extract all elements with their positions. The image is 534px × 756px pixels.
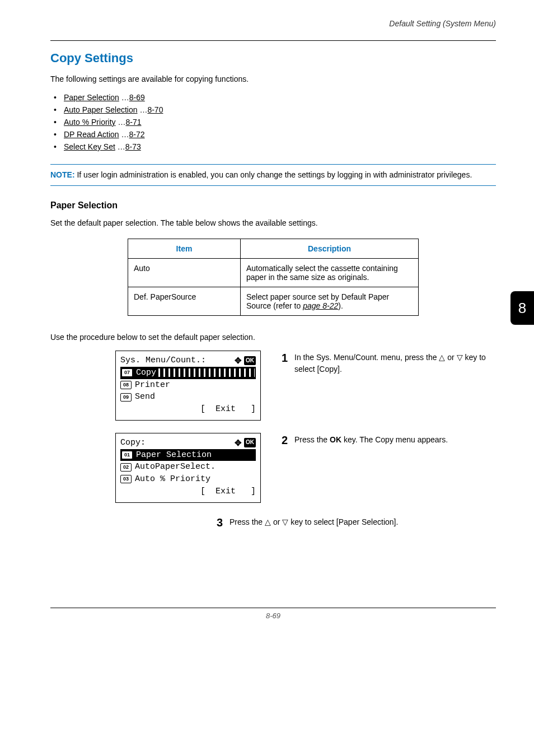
text: or [271, 517, 282, 526]
lcd-num-icon: 02 [120, 463, 132, 472]
link-auto-paper-selection[interactable]: Auto Paper Selection [64, 105, 138, 114]
lcd-exit-row: [ Exit ] [120, 486, 256, 498]
table-cell-item: Def. PaperSource [128, 287, 241, 316]
lcd-exit-row: [ Exit ] [120, 403, 256, 416]
section-title: Copy Settings [50, 51, 496, 66]
chapter-tab: 8 [510, 291, 534, 325]
text: In the Sys. Menu/Count. menu, press the [294, 353, 439, 362]
text: Press the [294, 435, 330, 444]
lcd-row-label: Printer [135, 379, 170, 391]
step-number: 2 [278, 434, 288, 447]
list-item: Auto Paper Selection …8-70 [50, 104, 496, 116]
pageref[interactable]: 8-69 [129, 93, 145, 102]
lcd-row-label: Auto % Priority [135, 473, 210, 486]
lcd-row-selected: 01Paper Selection [120, 449, 256, 461]
lcd-row-label: AutoPaperSelect. [135, 461, 216, 473]
text: key. The Copy menu appears. [341, 435, 448, 444]
nav-arrows-icon: ✥ [235, 437, 242, 449]
table-header-description: Description [241, 239, 419, 259]
lcd-row-label: Send [135, 391, 155, 403]
pageref[interactable]: 8-72 [129, 130, 144, 139]
table-row: Def. PaperSource Select paper source set… [128, 287, 419, 316]
lcd-exit-label: [ Exit ] [200, 403, 256, 416]
link-auto-percent-priority[interactable]: Auto % Priority [64, 118, 116, 127]
table-header-item: Item [128, 239, 241, 259]
desc-post: ). [338, 301, 343, 310]
lcd-title: Copy: [120, 437, 146, 449]
lcd-num-icon: 08 [120, 381, 132, 389]
triangle-up-icon: △ [265, 517, 271, 526]
list-item: Auto % Priority …8-71 [50, 116, 496, 128]
step-number: 1 [278, 352, 288, 365]
subheading-paper-selection: Paper Selection [50, 200, 496, 211]
link-select-key-set[interactable]: Select Key Set [64, 142, 115, 151]
lcd-num-icon: 03 [120, 475, 132, 483]
link-dp-read-action[interactable]: DP Read Action [64, 130, 119, 139]
lcd-screen-sys-menu: Sys. Menu/Count.: ✥ OK 07Copy 08Printer … [115, 351, 261, 421]
lcd-row: 03Auto % Priority [120, 473, 256, 486]
lcd-row: 09Send [120, 391, 256, 403]
lcd-num-icon: 07 [121, 368, 133, 377]
text: Press the [229, 517, 265, 526]
pageref[interactable]: 8-70 [147, 105, 163, 114]
link-list: Paper Selection …8-69 Auto Paper Selecti… [50, 91, 496, 153]
triangle-down-icon: ▽ [457, 353, 463, 362]
step-text: Press the △ or ▽ key to select [Paper Se… [229, 516, 398, 528]
list-item: Select Key Set …8-73 [50, 141, 496, 153]
list-item: Paper Selection …8-69 [50, 91, 496, 104]
table-cell-desc: Select paper source set by Default Paper… [241, 287, 419, 316]
lcd-exit-label: [ Exit ] [200, 486, 256, 498]
lcd-row: 08Printer [120, 379, 256, 391]
link-paper-selection[interactable]: Paper Selection [64, 93, 119, 102]
note-label: NOTE: [50, 170, 75, 179]
settings-table: Item Description Auto Automatically sele… [128, 239, 419, 316]
lcd-num-icon: 09 [120, 393, 132, 402]
table-cell-desc: Automatically select the cassette contai… [241, 259, 419, 287]
lcd-screen-copy: Copy: ✥ OK 01Paper Selection 02AutoPaper… [115, 433, 261, 503]
nav-arrows-icon: ✥ [235, 354, 242, 367]
lcd-row-label: Copy [136, 367, 156, 379]
step-number: 3 [213, 516, 223, 529]
procedure-intro: Use the procedure below to set the defau… [50, 333, 496, 342]
lcd-num-icon: 01 [121, 451, 133, 459]
triangle-up-icon: △ [439, 353, 445, 362]
list-item: DP Read Action …8-72 [50, 128, 496, 141]
text: key to select [Paper Selection]. [288, 517, 398, 526]
ok-badge-icon: OK [244, 438, 256, 447]
step-text: In the Sys. Menu/Count. menu, press the … [294, 352, 496, 375]
link-page-8-22[interactable]: page 8-22 [303, 301, 338, 310]
lcd-row-label: Paper Selection [136, 449, 212, 461]
triangle-down-icon: ▽ [282, 517, 288, 526]
note-text: If user login administration is enabled,… [75, 170, 472, 179]
lcd-row: 02AutoPaperSelect. [120, 461, 256, 473]
lcd-row-selected: 07Copy [120, 367, 256, 379]
page-footer: 8-69 [50, 608, 496, 620]
hatched-fill [158, 368, 255, 377]
subintro: Set the default paper selection. The tab… [50, 218, 496, 227]
intro-text: The following settings are available for… [50, 74, 496, 83]
pageref[interactable]: 8-73 [125, 142, 141, 151]
note-box: NOTE: If user login administration is en… [50, 164, 496, 186]
table-row: Auto Automatically select the cassette c… [128, 259, 419, 287]
bold-ok: OK [330, 435, 341, 444]
lcd-title: Sys. Menu/Count.: [120, 354, 206, 367]
top-header: Default Setting (System Menu) [50, 19, 496, 28]
pageref[interactable]: 8-71 [125, 118, 141, 127]
ok-badge-icon: OK [244, 356, 256, 366]
top-rule [50, 40, 496, 41]
step-text: Press the OK key. The Copy menu appears. [294, 434, 448, 446]
table-cell-item: Auto [128, 259, 241, 287]
text: or [445, 353, 456, 362]
